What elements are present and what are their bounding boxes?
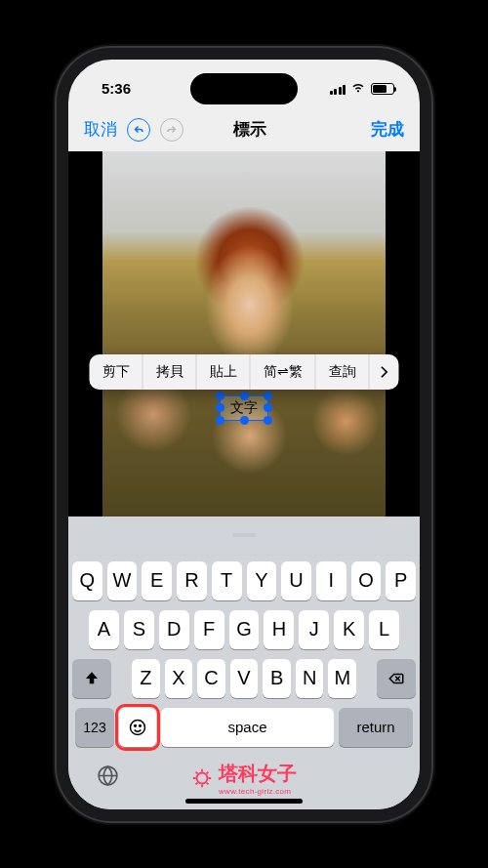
key-k[interactable]: K: [334, 610, 364, 649]
space-key[interactable]: space: [161, 708, 334, 747]
resize-handle[interactable]: [240, 416, 249, 425]
backspace-key[interactable]: [377, 659, 416, 698]
key-h[interactable]: H: [264, 610, 294, 649]
key-m[interactable]: M: [328, 659, 356, 698]
menu-lookup[interactable]: 查詢: [316, 354, 370, 390]
key-u[interactable]: U: [281, 561, 311, 600]
watermark-title: 塔科女子: [219, 763, 297, 784]
shift-key[interactable]: [72, 659, 111, 698]
key-n[interactable]: N: [296, 659, 324, 698]
text-annotation[interactable]: 文字: [220, 395, 268, 421]
phone-frame: 5:36 取消 標示 完成 剪下 拷貝: [57, 48, 431, 821]
svg-point-0: [131, 720, 145, 734]
key-row-2: A S D F G H J K L: [72, 610, 416, 649]
key-l[interactable]: L: [369, 610, 399, 649]
menu-copy[interactable]: 拷貝: [143, 354, 197, 390]
resize-handle[interactable]: [216, 416, 224, 425]
key-y[interactable]: Y: [247, 561, 277, 600]
svg-point-2: [140, 724, 142, 726]
key-e[interactable]: E: [142, 561, 172, 600]
resize-handle[interactable]: [264, 416, 272, 425]
emoji-key[interactable]: [119, 708, 156, 747]
undo-button[interactable]: [127, 118, 150, 142]
key-c[interactable]: C: [197, 659, 225, 698]
watermark: 塔科女子 www.tech-girlz.com: [191, 761, 297, 796]
key-t[interactable]: T: [212, 561, 242, 600]
redo-button: [160, 118, 183, 142]
key-b[interactable]: B: [263, 659, 291, 698]
wifi-icon: [350, 80, 366, 97]
keyboard: Q W E R T Y U I O P A S D F G H J K L: [68, 517, 420, 809]
key-g[interactable]: G: [229, 610, 260, 649]
suggestion-bar[interactable]: [68, 517, 420, 556]
cancel-button[interactable]: 取消: [84, 118, 117, 141]
key-z[interactable]: Z: [132, 659, 160, 698]
numbers-key[interactable]: 123: [75, 708, 114, 747]
resize-handle[interactable]: [264, 392, 272, 400]
key-a[interactable]: A: [89, 610, 119, 649]
watermark-url: www.tech-girlz.com: [219, 787, 297, 796]
svg-point-1: [135, 724, 137, 726]
menu-paste[interactable]: 貼上: [197, 354, 251, 390]
svg-point-4: [197, 772, 208, 783]
key-row-3: Z X C V B N M: [72, 659, 416, 698]
key-row-4: 123 space return: [72, 708, 416, 747]
menu-more[interactable]: [370, 354, 399, 390]
resize-handle[interactable]: [264, 403, 272, 412]
key-s[interactable]: S: [124, 610, 154, 649]
cellular-icon: [330, 83, 346, 95]
key-x[interactable]: X: [165, 659, 193, 698]
resize-handle[interactable]: [216, 392, 224, 400]
menu-convert[interactable]: 简⇌繁: [251, 354, 316, 390]
key-v[interactable]: V: [230, 659, 259, 698]
key-r[interactable]: R: [177, 561, 207, 600]
markup-nav-bar: 取消 標示 完成: [68, 108, 420, 151]
key-i[interactable]: I: [316, 561, 346, 600]
dynamic-island: [190, 73, 298, 104]
key-p[interactable]: P: [386, 561, 416, 600]
text-annotation-value: 文字: [230, 399, 258, 417]
done-button[interactable]: 完成: [371, 118, 404, 141]
home-indicator[interactable]: [185, 799, 303, 804]
status-time: 5:36: [102, 80, 131, 97]
nav-title: 標示: [233, 118, 266, 141]
key-q[interactable]: Q: [72, 561, 102, 600]
resize-handle[interactable]: [240, 392, 249, 400]
resize-handle[interactable]: [216, 403, 224, 412]
key-j[interactable]: J: [299, 610, 329, 649]
key-f[interactable]: F: [194, 610, 224, 649]
key-d[interactable]: D: [159, 610, 189, 649]
key-o[interactable]: O: [351, 561, 382, 600]
key-row-1: Q W E R T Y U I O P: [72, 561, 416, 600]
photo-canvas[interactable]: 剪下 拷貝 貼上 简⇌繁 查詢 文字: [68, 151, 420, 517]
menu-cut[interactable]: 剪下: [90, 354, 143, 390]
edit-menu: 剪下 拷貝 貼上 简⇌繁 查詢: [90, 354, 399, 390]
globe-key[interactable]: [96, 764, 120, 792]
key-w[interactable]: W: [107, 561, 138, 600]
battery-icon: [371, 83, 394, 95]
return-key[interactable]: return: [339, 708, 413, 747]
photo: [102, 151, 386, 517]
